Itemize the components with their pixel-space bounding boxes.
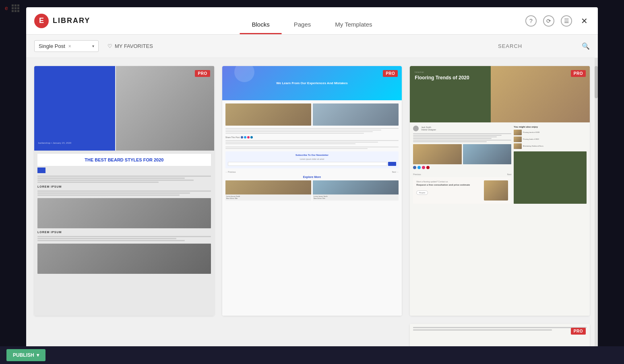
line [37, 180, 194, 181]
line [225, 142, 378, 143]
tpl2-nav-row: ← Previous Next → [225, 171, 399, 173]
tpl2-newsletter: Subscribe To Our Newsletter Lorem ipsum … [225, 151, 399, 168]
line [225, 148, 368, 149]
tpl1-header: barbershop • January 15, 2020 [34, 66, 214, 151]
social-icon-fb [413, 166, 416, 169]
sidebar-green-block [514, 151, 587, 204]
tpl1-body: THE BEST BEARD STYLES FOR 2020 LOREM IPS… [34, 151, 214, 316]
tpl1-section-label: LOREM IPSUM [37, 185, 211, 188]
line [37, 194, 180, 196]
line [225, 128, 399, 129]
newsletter-field [228, 162, 388, 166]
pro-badge-4: PRO [571, 328, 586, 335]
modal-tabs: Blocks Pages My Templates [240, 7, 384, 34]
scrollbar-thumb [595, 66, 598, 98]
gallery-item-2 [463, 144, 511, 164]
share-label: Share This Post [225, 136, 240, 139]
newsletter-title: Subscribe To Our Newsletter [228, 154, 397, 156]
publish-button[interactable]: PUBLISH ▾ [6, 349, 45, 361]
filter-clear-icon[interactable]: × [68, 43, 71, 49]
line [413, 327, 587, 328]
template-preview-1: barbershop • January 15, 2020 THE BEST B… [34, 66, 214, 316]
line [37, 240, 185, 241]
search-area: 🔍 [498, 42, 590, 50]
template-card-1[interactable]: PRO barbershop • January 15, 2020 [34, 66, 214, 316]
cta-btn[interactable]: Request [416, 190, 428, 195]
line [225, 143, 355, 144]
page-prev-label: Previous [413, 173, 421, 176]
tab-pages[interactable]: Pages [282, 7, 323, 34]
tpl1-header-photo [116, 66, 214, 151]
line [413, 138, 492, 139]
sidebar-item-3: Maintaining Hardwood floors [514, 143, 587, 149]
line [37, 190, 211, 192]
newsletter-submit [388, 162, 396, 166]
line [37, 192, 190, 194]
tpl3-gallery-row [413, 144, 511, 164]
line [225, 147, 399, 147]
pro-badge-3: PRO [571, 70, 586, 77]
gallery-item-1 [413, 144, 461, 164]
tpl1-meta: barbershop • January 15, 2020 [38, 142, 111, 144]
tpl2-img-row [225, 103, 399, 126]
tpl1-section-label-2: LOREM IPSUM [37, 231, 211, 234]
favorites-button[interactable]: ♡ MY FAVORITES [103, 41, 157, 52]
tpl3-left-col: Jack SmithInterior Designer [413, 126, 511, 204]
modal-scrollbar[interactable] [595, 58, 598, 358]
tpl2-hero: We Learn From Our Experiences And Mistak… [222, 66, 402, 100]
dot [247, 136, 250, 139]
sidebar-item-1: Flooring trends of 2020 [514, 130, 587, 135]
line [225, 131, 373, 132]
library-brand: E LIBRARY [34, 14, 90, 28]
line [37, 236, 211, 237]
tpl3-social-row [413, 166, 511, 169]
explore-grid: Lorem Ipsum SmithNew Green Title Lorem I… [225, 180, 399, 201]
sidebar-item-text-3: Maintaining Hardwood floors [523, 145, 543, 147]
cta-sub: Want a flooring update? Contact us [416, 180, 481, 183]
filter-arrow-icon: ▾ [92, 44, 94, 48]
publish-label: PUBLISH [13, 352, 34, 358]
tpl2-share-row: Share This Post [225, 136, 399, 139]
nav-next: Next → [392, 171, 399, 173]
line [413, 133, 511, 134]
template-card-3[interactable]: PRO Interior Flooring Trends of 2020 [410, 66, 590, 316]
social-icon-ig [422, 166, 425, 169]
heart-icon: ♡ [107, 43, 112, 49]
filter-dropdown[interactable]: Single Post × ▾ [34, 40, 99, 52]
tpl1-title: THE BEST BEARD STYLES FOR 2020 [41, 157, 207, 163]
tpl2-text-block [225, 128, 399, 134]
search-icon[interactable]: 🔍 [582, 42, 590, 50]
tpl3-cta-left: Want a flooring update? Contact us Reque… [416, 180, 481, 201]
sidebar-item-text-1: Flooring trends of 2020 [523, 131, 539, 133]
sidebar-item-2: Flooring leads of 2020 [514, 136, 587, 142]
explore-title: Explore More [225, 176, 399, 178]
cta-img [484, 180, 508, 201]
template-preview-2: We Learn From Our Experiences And Mistak… [222, 66, 402, 316]
sidebar-thumb-3 [514, 143, 522, 149]
refresh-button[interactable]: ⟳ [543, 15, 554, 27]
tab-blocks[interactable]: Blocks [240, 7, 282, 34]
newsletter-subtitle: Lorem ipsum dolor sit amet [228, 158, 397, 160]
line [413, 136, 496, 137]
tpl3-main-content: Jack SmithInterior Designer [410, 122, 590, 207]
explore-text-1: Lorem Ipsum SmithNew Green Title [225, 194, 311, 200]
dot [250, 136, 253, 139]
cta-title: Request a free consultation and price es… [416, 184, 481, 186]
tpl3-meta-row: Jack SmithInterior Designer [413, 126, 511, 131]
tpl1-header-left: barbershop • January 15, 2020 [34, 66, 115, 151]
modal-toolbar: Single Post × ▾ ♡ MY FAVORITES 🔍 [26, 35, 598, 58]
line [413, 135, 501, 136]
close-button[interactable]: ✕ [579, 15, 590, 27]
line [225, 140, 399, 141]
line [37, 176, 211, 177]
template-card-2[interactable]: PRO We Learn From Our Experiences And Mi… [222, 66, 402, 316]
tab-my-templates[interactable]: My Templates [323, 7, 384, 34]
line [225, 133, 364, 134]
tpl2-text-block-3 [225, 147, 399, 149]
save-button[interactable]: ☰ [561, 15, 572, 27]
template-preview-3: Interior Flooring Trends of 2020 [410, 66, 590, 316]
line [413, 141, 487, 142]
tpl3-pagination: Previous Next [413, 172, 511, 177]
search-input[interactable] [498, 43, 579, 49]
help-button[interactable]: ? [525, 15, 537, 27]
